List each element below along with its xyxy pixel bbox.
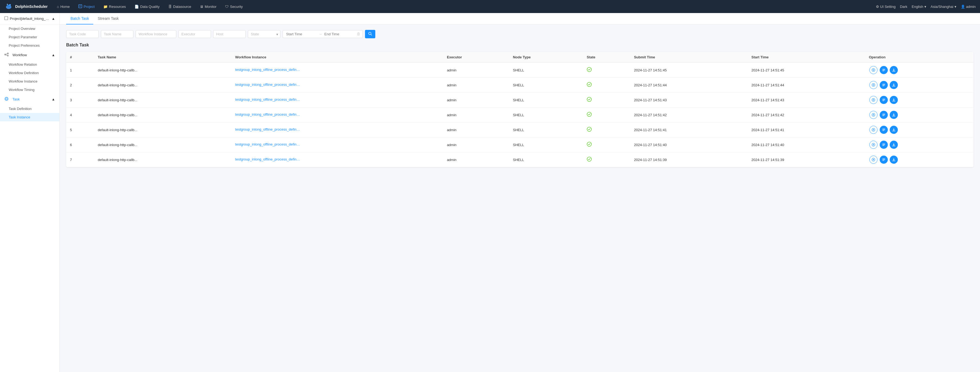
workflow-instance-link[interactable]: testgroup_inlong_offline_process_definit… <box>235 97 300 102</box>
user-menu[interactable]: 👤 admin <box>961 5 976 9</box>
task-section-header[interactable]: Task ▲ <box>0 94 59 105</box>
download-button[interactable] <box>890 96 898 104</box>
app-name: DolphinScheduler <box>15 4 48 9</box>
cell-start-time: 2024-11-27 14:51:42 <box>748 107 865 123</box>
view-log-button[interactable] <box>869 126 878 134</box>
svg-point-31 <box>587 97 592 102</box>
executor-input[interactable] <box>178 30 211 38</box>
workflow-section-header[interactable]: Workflow ▲ <box>0 50 59 60</box>
svg-point-54 <box>873 144 874 145</box>
cell-operation <box>865 137 974 152</box>
cell-workflow-instance: testgroup_inlong_offline_process_definit… <box>231 137 443 152</box>
svg-point-14 <box>6 98 7 100</box>
view-log-button[interactable] <box>869 96 878 104</box>
start-time-input[interactable] <box>285 30 318 38</box>
detail-button[interactable] <box>880 140 888 149</box>
workflow-instance-link[interactable]: testgroup_inlong_offline_process_definit… <box>235 68 300 72</box>
cell-submit-time: 2024-11-27 14:51:43 <box>630 93 748 107</box>
view-log-button[interactable] <box>869 140 878 149</box>
download-button[interactable] <box>890 140 898 149</box>
table-row: 7 default-inlong-http-callb... testgroup… <box>66 152 974 167</box>
detail-button[interactable] <box>880 96 888 104</box>
workflow-instance-input[interactable] <box>135 30 176 38</box>
col-header-start-time: Start Time <box>748 52 865 63</box>
table-row: 2 default-inlong-http-callb... testgroup… <box>66 78 974 93</box>
svg-point-38 <box>587 112 592 117</box>
tab-stream-task[interactable]: Stream Task <box>93 13 123 24</box>
sidebar-item-workflow-instance[interactable]: Workflow Instance <box>0 77 59 86</box>
sidebar-item-task-definition[interactable]: Task Definition <box>0 105 59 113</box>
detail-button[interactable] <box>880 81 888 89</box>
sidebar-item-workflow-relation[interactable]: Workflow Relation <box>0 60 59 69</box>
detail-button[interactable] <box>880 126 888 134</box>
state-success-icon <box>587 143 592 147</box>
cell-num: 5 <box>66 123 94 137</box>
workflow-instance-link[interactable]: testgroup_inlong_offline_process_definit… <box>235 83 300 86</box>
end-time-input[interactable] <box>323 30 356 38</box>
nav-monitor[interactable]: 🖥 Monitor <box>196 3 220 10</box>
cell-num: 6 <box>66 137 94 152</box>
ui-setting-button[interactable]: ⚙ UI Setting <box>876 5 896 9</box>
nav-data-quality[interactable]: 📄 Data Quality <box>131 3 164 10</box>
region-selector[interactable]: Asia/Shanghai ▾ <box>931 5 956 9</box>
cell-workflow-instance: testgroup_inlong_offline_process_definit… <box>231 107 443 123</box>
nav-resources[interactable]: 📁 Resources <box>100 3 130 10</box>
svg-rect-27 <box>882 84 885 85</box>
view-log-button[interactable] <box>869 66 878 74</box>
table-row: 1 default-inlong-http-callb... testgroup… <box>66 63 974 78</box>
svg-rect-55 <box>882 144 885 144</box>
chevron-down-icon: ▾ <box>924 5 926 9</box>
sidebar-item-project-preferences[interactable]: Project Preferences <box>0 41 59 50</box>
nav-project[interactable]: Project <box>75 3 98 11</box>
workflow-instance-link[interactable]: testgroup_inlong_offline_process_definit… <box>235 112 300 117</box>
tab-batch-task[interactable]: Batch Task <box>66 13 93 24</box>
cell-workflow-instance: testgroup_inlong_offline_process_definit… <box>231 152 443 167</box>
project-selector-icon <box>4 16 8 21</box>
download-button[interactable] <box>890 66 898 74</box>
sidebar-item-project-parameter[interactable]: Project Parameter <box>0 33 59 41</box>
detail-button[interactable] <box>880 111 888 119</box>
cell-start-time: 2024-11-27 14:51:44 <box>748 78 865 93</box>
nav-datasource[interactable]: 🗄 Datasource <box>165 3 195 10</box>
view-log-button[interactable] <box>869 156 878 164</box>
sidebar-item-workflow-timing[interactable]: Workflow Timing <box>0 86 59 94</box>
detail-button[interactable] <box>880 66 888 74</box>
main-content: Batch Task Stream Task State <box>60 13 980 372</box>
cell-state <box>583 137 630 152</box>
task-name-input[interactable] <box>101 30 134 38</box>
cell-num: 2 <box>66 78 94 93</box>
sidebar-item-workflow-definition[interactable]: Workflow Definition <box>0 69 59 77</box>
logo-area[interactable]: DolphinScheduler <box>4 2 48 11</box>
user-icon: 👤 <box>961 5 965 9</box>
download-button[interactable] <box>890 126 898 134</box>
project-selector[interactable]: Project[default_inlong_o... ▲ <box>0 13 59 24</box>
detail-button[interactable] <box>880 156 888 164</box>
nav-security[interactable]: 🛡 Security <box>221 3 247 10</box>
filter-bar: State → 🗓 <box>66 30 974 38</box>
view-log-button[interactable] <box>869 81 878 89</box>
date-range-picker[interactable]: → 🗓 <box>283 30 363 38</box>
svg-point-19 <box>873 70 874 70</box>
workflow-instance-link[interactable]: testgroup_inlong_offline_process_definit… <box>235 157 300 161</box>
cell-executor: admin <box>443 93 509 107</box>
cell-task-name: default-inlong-http-callb... <box>94 123 232 137</box>
workflow-instance-link[interactable]: testgroup_inlong_offline_process_definit… <box>235 142 300 146</box>
language-selector[interactable]: English ▾ <box>912 5 926 9</box>
state-select[interactable]: State <box>248 30 280 38</box>
download-button[interactable] <box>890 156 898 164</box>
sidebar-item-task-instance[interactable]: Task Instance <box>0 113 59 121</box>
host-input[interactable] <box>213 30 246 38</box>
calendar-icon[interactable]: 🗓 <box>357 32 360 36</box>
nav-home[interactable]: ⌂ Home <box>53 3 74 10</box>
top-navigation: DolphinScheduler ⌂ Home Project 📁 Resour… <box>0 0 980 13</box>
search-button[interactable] <box>365 30 375 38</box>
view-log-button[interactable] <box>869 111 878 119</box>
home-icon: ⌂ <box>57 5 59 9</box>
workflow-instance-link[interactable]: testgroup_inlong_offline_process_definit… <box>235 127 300 131</box>
state-success-icon <box>587 83 592 88</box>
theme-toggle[interactable]: Dark <box>900 5 907 9</box>
sidebar-item-project-overview[interactable]: Project Overview <box>0 24 59 33</box>
task-code-input[interactable] <box>66 30 99 38</box>
download-button[interactable] <box>890 81 898 89</box>
download-button[interactable] <box>890 111 898 119</box>
